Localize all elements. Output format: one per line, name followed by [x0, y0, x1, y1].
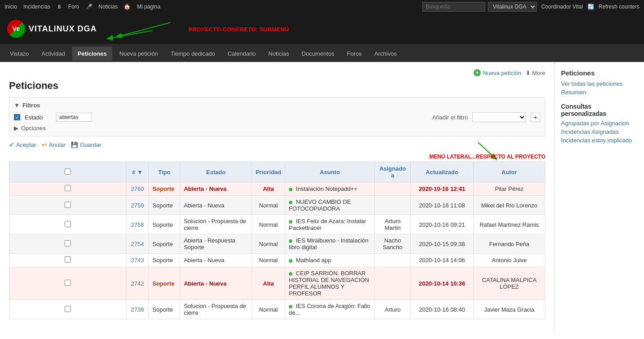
search-area: Vitalinux DGA — [422, 2, 537, 12]
search-input[interactable] — [422, 2, 485, 12]
row-checkbox-cell[interactable] — [9, 254, 126, 267]
row-subject[interactable]: IES Felix de Azara: Instalar Packettrace… — [285, 215, 375, 234]
select-all-checkbox[interactable] — [65, 168, 71, 175]
nav-inicio[interactable]: Inicio — [4, 4, 17, 10]
row-id[interactable]: 2759 — [126, 196, 148, 215]
add-filter-select[interactable] — [472, 112, 526, 122]
row-id[interactable]: 2739 — [126, 300, 148, 319]
row-subject[interactable]: NUEVO CAMBIO DE FOTOCOPIADORA — [285, 196, 375, 215]
issue-subject-link[interactable]: IES Felix de Azara: Instalar Packettrace… — [289, 218, 366, 231]
new-petition-label: Nueva petición — [483, 70, 521, 76]
filters-header[interactable]: ▼ Filtros — [14, 102, 540, 109]
options-row[interactable]: ▶ Opciones — [14, 125, 540, 132]
issue-subject-link[interactable]: IES Corona de Aragón: Fallo de... — [289, 303, 370, 316]
project-nav: Vistazo Actividad Peticiones Nueva petic… — [0, 45, 644, 62]
row-type: Soporte — [148, 300, 180, 319]
save-label: Guardar — [80, 141, 101, 148]
row-updated: 2020-10-16 11:08 — [411, 196, 474, 215]
row-subject[interactable]: Instalación Notepadd++ — [285, 182, 375, 196]
header-updated[interactable]: Actualizado — [411, 162, 474, 182]
row-subject[interactable]: IES Corona de Aragón: Fallo de... — [285, 300, 375, 319]
header-subject[interactable]: Asunto — [285, 162, 375, 182]
sidebar-agrupadas[interactable]: Agrupadas por Asignacion — [561, 120, 638, 127]
add-filter-button[interactable]: + — [531, 113, 540, 122]
row-checkbox[interactable] — [65, 306, 71, 312]
save-button[interactable]: 💾 Guardar — [71, 141, 101, 148]
header-assigned[interactable]: Asignado a — [375, 162, 411, 182]
row-subject[interactable]: IES Miralbueno - instalación libro digit… — [285, 234, 375, 254]
nav-nueva-peticion[interactable]: Nueva petición — [114, 47, 163, 61]
user-label[interactable]: Coordinador Vital — [541, 4, 583, 10]
row-checkbox[interactable] — [65, 185, 71, 191]
row-assigned: Arturo Martin — [375, 215, 411, 234]
nav-noticias[interactable]: Noticias — [263, 47, 294, 61]
nav-foros[interactable]: Foros — [342, 47, 367, 61]
row-id[interactable]: 2743 — [126, 254, 148, 267]
status-dot — [289, 239, 292, 243]
row-id[interactable]: 2758 — [126, 215, 148, 234]
logo-icon: Ve — [7, 20, 25, 38]
cancel-button[interactable]: ↩ Anular — [42, 141, 66, 148]
header-type[interactable]: Tipo — [148, 162, 180, 182]
nav-archivos[interactable]: Archivos — [369, 47, 402, 61]
nav-noticias[interactable]: Noticias — [99, 4, 118, 10]
header-checkbox-col[interactable] — [9, 162, 126, 182]
content: + Nueva petición ⬇ More Peticiones ▼ Fil… — [0, 62, 554, 331]
refresh-counters[interactable]: Refresh counters — [599, 4, 640, 10]
issue-subject-link[interactable]: NUEVO CAMBIO DE FOTOCOPIADORA — [289, 198, 351, 212]
issue-id-link[interactable]: 2739 — [131, 306, 144, 313]
nav-vistazo[interactable]: Vistazo — [4, 47, 34, 61]
row-checkbox-cell[interactable] — [9, 267, 126, 300]
issue-id-link[interactable]: 2760 — [131, 185, 144, 192]
nav-foro[interactable]: Foro — [68, 4, 79, 10]
nav-calendario[interactable]: Calendario — [222, 47, 261, 61]
header-status[interactable]: Estado — [180, 162, 252, 182]
sidebar-incidencias-implicado[interactable]: Incidencias estoy implicado — [561, 137, 638, 144]
more-link[interactable]: ⬇ More — [526, 70, 545, 76]
estado-checkbox[interactable]: ✓ — [14, 114, 20, 120]
issue-id-link[interactable]: 2758 — [131, 221, 144, 228]
row-checkbox-cell[interactable] — [9, 182, 126, 196]
header-priority[interactable]: Prioridad — [252, 162, 285, 182]
row-type: Soporte — [148, 267, 180, 300]
issue-id-link[interactable]: 2754 — [131, 241, 144, 247]
row-id[interactable]: 2742 — [126, 267, 148, 300]
row-subject[interactable]: CEIP SARRIÓN. BORRAR HISTORIAL DE NAVEGA… — [285, 267, 375, 300]
row-checkbox[interactable] — [65, 221, 71, 227]
nav-mi-pagina[interactable]: Mi página — [137, 4, 160, 10]
issue-subject-link[interactable]: CEIP SARRIÓN. BORRAR HISTORIAL DE NAVEGA… — [289, 270, 369, 297]
row-checkbox-cell[interactable] — [9, 215, 126, 234]
row-assigned — [375, 254, 411, 267]
row-subject[interactable]: Mathland app — [285, 254, 375, 267]
issue-subject-link[interactable]: Mathland app — [296, 257, 331, 264]
row-checkbox-cell[interactable] — [9, 300, 126, 319]
row-checkbox[interactable] — [65, 240, 71, 247]
row-checkbox[interactable] — [65, 202, 71, 208]
issue-id-link[interactable]: 2742 — [131, 280, 144, 287]
issue-id-link[interactable]: 2759 — [131, 202, 144, 209]
project-selector[interactable]: Vitalinux DGA — [488, 2, 537, 12]
issue-subject-link[interactable]: IES Miralbueno - instalación libro digit… — [289, 237, 368, 251]
sidebar-incidencias-asignadas[interactable]: Incidencias Asignadas — [561, 128, 638, 135]
issue-subject-link[interactable]: Instalación Notepadd++ — [296, 185, 357, 192]
nav-tiempo-dedicado[interactable]: Tiempo dedicado — [165, 47, 220, 61]
header-author[interactable]: Autor — [474, 162, 545, 182]
table-body: 2760 Soporte Abierta - Nueva Alta Instal… — [9, 182, 545, 319]
nav-actividad[interactable]: Actividad — [36, 47, 70, 61]
row-checkbox-cell[interactable] — [9, 234, 126, 254]
row-checkbox[interactable] — [65, 280, 71, 286]
nav-peticiones[interactable]: Peticiones — [72, 47, 112, 61]
row-id[interactable]: 2760 — [126, 182, 148, 196]
issue-id-link[interactable]: 2743 — [131, 257, 144, 264]
new-petition-button[interactable]: + Nueva petición — [474, 69, 521, 76]
accept-button[interactable]: ✔ Aceptar — [9, 141, 36, 148]
nav-documentos[interactable]: Documentos — [296, 47, 340, 61]
status-dot — [289, 259, 292, 263]
row-checkbox[interactable] — [65, 256, 71, 263]
row-checkbox-cell[interactable] — [9, 196, 126, 215]
sidebar-ver-todas[interactable]: Ver todas las peticiones — [561, 80, 638, 87]
nav-incidencias[interactable]: Incidencias — [23, 4, 50, 10]
header-id[interactable]: # ▼ — [126, 162, 148, 182]
row-id[interactable]: 2754 — [126, 234, 148, 254]
sidebar-resumen[interactable]: Resumen — [561, 89, 638, 96]
